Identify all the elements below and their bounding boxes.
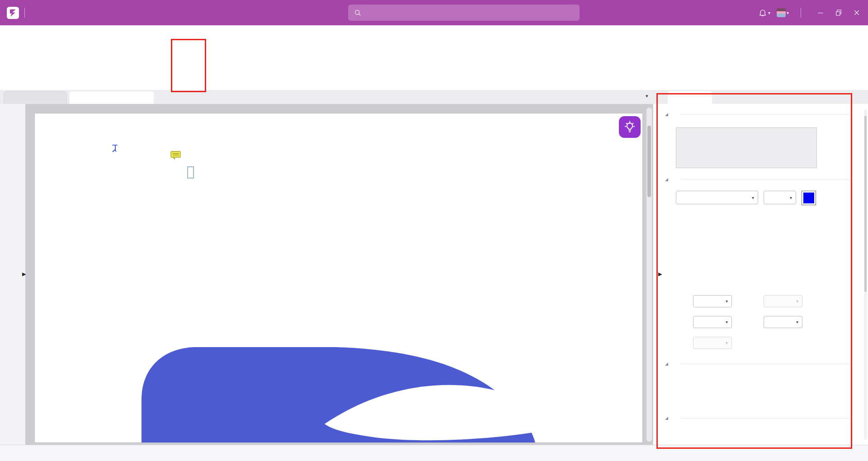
tab-overflow-icon[interactable]: ▾	[646, 93, 648, 99]
pdf-page[interactable]	[34, 113, 643, 443]
sidebar-expand-handle[interactable]: ▶	[22, 271, 26, 277]
panel-scrollbar[interactable]	[864, 109, 867, 440]
document-area	[25, 104, 653, 445]
horizontal-scale-icon	[679, 316, 690, 328]
foxit-logo-icon	[7, 7, 19, 19]
tab-format-panel[interactable]	[668, 91, 712, 104]
notifications-bell-icon[interactable]	[758, 8, 767, 17]
divider	[24, 8, 25, 18]
user-avatar[interactable]	[777, 8, 786, 17]
tab-document[interactable]	[70, 91, 154, 104]
baseline-offset-icon	[749, 316, 761, 328]
lightbulb-icon	[623, 120, 637, 134]
search-input[interactable]	[366, 9, 574, 17]
baseline-offset-input[interactable]: ▾	[764, 316, 802, 328]
typewriter-text-frame[interactable]	[187, 166, 194, 179]
global-search-box[interactable]	[348, 5, 580, 21]
minimize-button[interactable]	[816, 9, 825, 17]
close-button[interactable]	[853, 9, 861, 17]
statusbar	[0, 445, 868, 461]
tab-start[interactable]	[4, 91, 67, 104]
restore-button[interactable]	[835, 9, 843, 17]
section-preview[interactable]: ◢	[665, 112, 852, 117]
font-color-swatch[interactable]	[802, 191, 816, 205]
line-spacing-icon	[679, 296, 690, 307]
scrollbar-thumb[interactable]	[647, 126, 651, 197]
paragraph-spacing-input: ▾	[764, 295, 802, 307]
character-spacing-input: ▾	[693, 337, 732, 349]
bell-dropdown-icon[interactable]: ▾	[768, 10, 770, 15]
paragraph-spacing-icon	[749, 296, 761, 307]
collapse-triangle-icon: ◢	[665, 112, 668, 117]
character-spacing-icon	[679, 337, 690, 349]
divider	[801, 8, 801, 18]
note-annotation-icon[interactable]	[170, 151, 181, 160]
section-arrange[interactable]: ◢	[665, 362, 852, 366]
font-family-select[interactable]: ▾	[676, 191, 758, 204]
menubar	[0, 25, 868, 41]
document-tabbar: ▾	[0, 90, 868, 104]
search-icon	[354, 9, 362, 17]
format-panel: ◢ ◢ ▾ ▾ ▾ ▾ ▾	[653, 104, 868, 445]
font-size-select[interactable]: ▾	[764, 191, 796, 204]
horizontal-scale-input[interactable]: ▾	[693, 316, 732, 328]
account-dropdown-icon[interactable]: ▾	[787, 10, 789, 15]
smart-assistant-button[interactable]	[619, 116, 641, 138]
titlebar: ▾ ▾	[0, 0, 868, 25]
typewriter-caret-marker-icon[interactable]	[111, 144, 118, 153]
panel-expand-handle[interactable]: ▶	[658, 271, 662, 277]
collapse-triangle-icon: ◢	[665, 362, 668, 366]
font-preview-box	[676, 127, 817, 168]
section-text-type[interactable]: ◢	[665, 177, 852, 182]
scrollbar-thumb[interactable]	[864, 116, 867, 292]
collapse-triangle-icon: ◢	[665, 416, 668, 420]
titlebar-right: ▾ ▾	[758, 8, 868, 18]
ribbon-toolbar	[0, 41, 868, 92]
collapse-triangle-icon: ◢	[665, 177, 668, 182]
page-blue-logo-graphic	[142, 346, 536, 443]
section-align[interactable]: ◢	[665, 416, 852, 420]
foxit-pdf-editor-window: ▾ ▾ ▾	[0, 0, 868, 461]
line-spacing-input[interactable]: ▾	[693, 295, 732, 307]
document-scrollbar[interactable]	[646, 108, 652, 442]
